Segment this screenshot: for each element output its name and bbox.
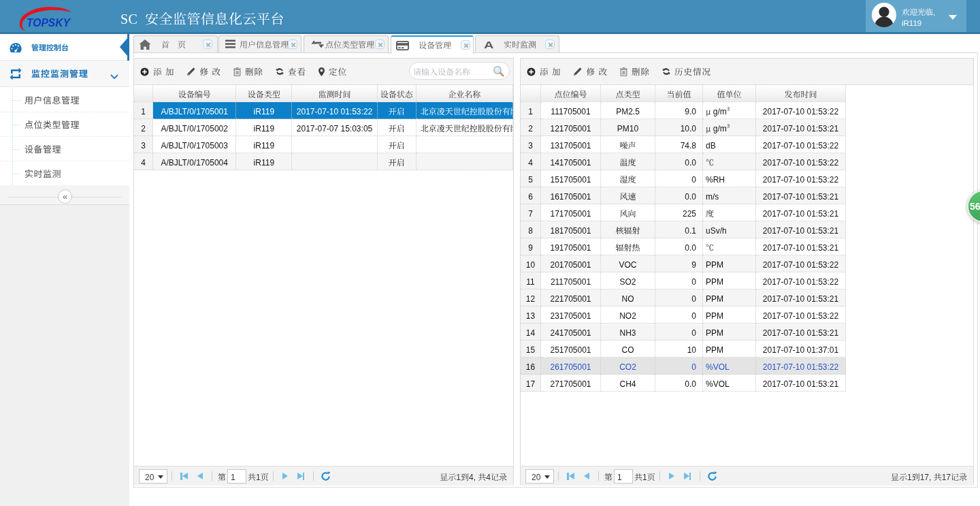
svg-text:A: A [484,40,494,49]
svg-text:TOPSKY: TOPSKY [27,17,71,29]
